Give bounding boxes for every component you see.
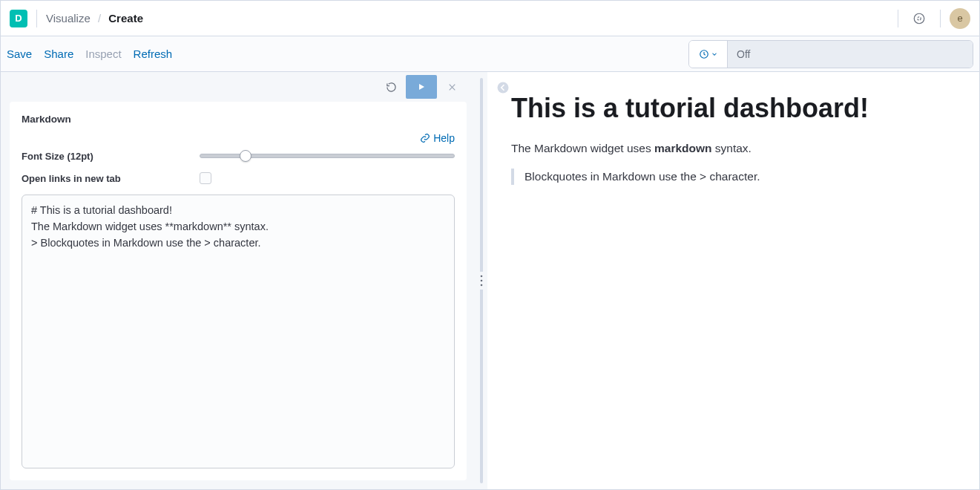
apply-button[interactable] xyxy=(406,75,437,99)
time-picker[interactable]: Off xyxy=(688,40,973,68)
preview-text: syntax. xyxy=(712,142,752,154)
divider xyxy=(940,10,941,27)
time-range-label[interactable]: Off xyxy=(728,41,973,68)
clock-icon xyxy=(699,49,709,59)
markdown-preview: This is a tutorial dashboard! The Markdo… xyxy=(487,72,979,206)
divider xyxy=(36,10,37,27)
collapse-sidebar-button[interactable] xyxy=(496,81,511,96)
svg-point-3 xyxy=(481,275,483,278)
app-logo[interactable]: D xyxy=(10,10,27,27)
markdown-editor-panel: Markdown Help Font Size (12pt) xyxy=(10,102,467,480)
app-header: D Visualize / Create e xyxy=(1,1,979,36)
preview-heading: This is a tutorial dashboard! xyxy=(511,93,956,124)
svg-point-4 xyxy=(481,280,483,282)
svg-point-5 xyxy=(481,284,483,287)
svg-point-0 xyxy=(914,13,924,24)
preview-blockquote: Blockquotes in Markdown use the > charac… xyxy=(511,169,956,185)
open-links-checkbox[interactable] xyxy=(200,172,211,184)
refresh-button[interactable]: Refresh xyxy=(134,48,173,60)
preview-text: The Markdown widget uses xyxy=(511,142,654,154)
divider xyxy=(898,10,898,27)
user-avatar[interactable]: e xyxy=(950,8,970,29)
preview-bold: markdown xyxy=(654,142,712,154)
panel-title: Markdown xyxy=(22,114,455,125)
help-link-label: Help xyxy=(433,132,455,144)
editor-column: Markdown Help Font Size (12pt) xyxy=(1,72,476,489)
breadcrumb-separator: / xyxy=(98,12,101,24)
chevron-left-circle-icon xyxy=(496,81,510,94)
preview-column: This is a tutorial dashboard! The Markdo… xyxy=(487,72,979,489)
resizer-handle-icon xyxy=(480,272,483,290)
slider-track xyxy=(200,154,455,158)
svg-point-1 xyxy=(918,16,921,20)
chevron-down-icon xyxy=(711,50,718,58)
time-quick-select[interactable] xyxy=(689,41,728,68)
main-split: Markdown Help Font Size (12pt) xyxy=(1,72,979,489)
share-button[interactable]: Share xyxy=(44,48,73,60)
close-icon xyxy=(447,82,457,92)
preview-paragraph: The Markdown widget uses markdown syntax… xyxy=(511,142,956,155)
refresh-icon xyxy=(386,82,397,93)
breadcrumb-current: Create xyxy=(108,12,143,24)
breadcrumb: Visualize / Create xyxy=(46,12,143,24)
split-resizer[interactable] xyxy=(476,72,487,489)
open-links-label: Open links in new tab xyxy=(22,173,200,184)
link-icon xyxy=(420,133,430,143)
save-button[interactable]: Save xyxy=(7,48,32,60)
breadcrumb-parent[interactable]: Visualize xyxy=(46,12,91,24)
help-link[interactable]: Help xyxy=(420,132,455,144)
inspect-button: Inspect xyxy=(85,48,121,60)
slider-thumb[interactable] xyxy=(240,150,251,162)
font-size-label: Font Size (12pt) xyxy=(22,151,200,162)
markdown-input[interactable] xyxy=(22,195,455,468)
discard-button[interactable] xyxy=(437,75,467,99)
svg-point-6 xyxy=(498,82,509,94)
reset-button[interactable] xyxy=(376,75,406,99)
font-size-slider[interactable] xyxy=(200,150,455,162)
newsfeed-icon[interactable] xyxy=(907,7,931,30)
play-icon xyxy=(417,82,426,91)
action-bar: Save Share Inspect Refresh Off xyxy=(1,36,979,72)
editor-toolbar xyxy=(10,72,467,102)
